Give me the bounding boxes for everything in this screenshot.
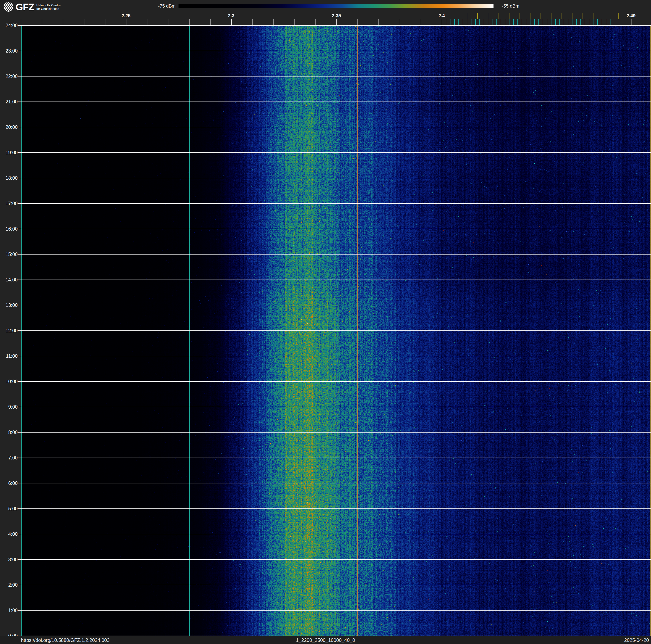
hour-gridline [18,152,651,153]
ble-channel-tick [492,19,492,25]
wifi-channel-tick [477,13,478,19]
hour-gridline [18,254,651,255]
ble-channel-tick [463,19,463,25]
hour-label: 5:00 [0,506,18,511]
freq-tick-label: 2.4 [432,13,451,19]
ble-channel-tick [518,19,518,25]
freq-major-tick [631,19,631,25]
hour-gridline [18,101,651,102]
freq-minor-tick [421,19,421,25]
ble-channel-tick [610,19,611,25]
ble-channel-tick [526,19,526,25]
freq-minor-tick [189,19,190,25]
hour-label: 7:00 [0,455,18,461]
freq-minor-tick [252,19,253,25]
freq-major-tick [126,19,126,25]
wifi-channel-tick [593,13,593,19]
gfz-logo: GFZ Helmholtz Centre for Geosciences [3,1,73,12]
hour-label: 24:00 [0,23,18,28]
ble-channel-tick [522,19,522,25]
hour-gridline [18,229,651,229]
logo-acronym: GFZ [16,2,34,12]
ble-channel-tick [542,19,543,25]
date-label: 2025-04-20 [624,638,649,643]
ble-channel-tick [547,19,547,25]
ble-channel-tick [496,19,497,25]
wifi-channel-tick [520,13,520,19]
hour-gridline [18,25,651,26]
ble-channel-tick [530,19,530,25]
freq-minor-tick [210,19,211,25]
freq-tick-label: 2.25 [117,13,135,19]
hour-gridline [18,458,651,458]
freq-tick-label: 2.3 [222,13,241,19]
hour-gridline [18,610,651,611]
hour-label: 13:00 [0,302,18,308]
hour-gridline [18,127,651,127]
freq-minor-tick [358,19,358,25]
wifi-channel-tick [467,13,467,19]
hour-label: 6:00 [0,480,18,486]
freq-minor-tick [105,19,105,25]
freq-minor-tick [378,19,379,25]
freq-major-tick [231,19,231,25]
hour-gridline [18,356,651,356]
ble-channel-tick [538,19,539,25]
ble-channel-tick [555,19,556,25]
freq-minor-tick [147,19,148,25]
freq-minor-tick [168,19,168,25]
hour-label: 8:00 [0,430,18,435]
hour-label: 14:00 [0,277,18,283]
hour-gridline [18,508,651,509]
hour-label: 15:00 [0,252,18,257]
ble-channel-tick [501,19,501,25]
hour-gridline [18,559,651,560]
hour-gridline [18,432,651,433]
doi-link[interactable]: https://doi.org/10.5880/GFZ.1.2.2024.003 [21,638,110,643]
hour-gridline [18,51,651,51]
wifi-channel-tick [583,13,583,19]
freq-major-tick [336,19,337,25]
ble-channel-tick [446,19,446,25]
ble-channel-tick [454,19,455,25]
ble-channel-tick [509,19,509,25]
hour-gridline [18,407,651,407]
ble-channel-tick [471,19,471,25]
hour-label: 3:00 [0,557,18,562]
ble-channel-tick [602,19,602,25]
ble-channel-tick [597,19,598,25]
wifi-channel-tick [562,13,562,19]
ble-channel-tick [479,19,480,25]
hour-label: 20:00 [0,124,18,130]
ble-channel-tick [559,19,560,25]
ble-channel-tick [450,19,451,25]
ble-channel-tick [484,19,484,25]
hour-label: 21:00 [0,99,18,105]
hour-gridline [18,305,651,305]
hour-label: 1:00 [0,608,18,613]
ble-channel-tick [589,19,589,25]
wifi-channel-tick [618,13,619,19]
hour-label: 4:00 [0,531,18,537]
ble-channel-tick [606,19,606,25]
ble-channel-tick [467,19,467,25]
ble-channel-tick [572,19,572,25]
ble-channel-tick [576,19,577,25]
colorbar-max-label: -55 dBm [502,3,519,9]
colorbar-gradient [179,4,494,8]
hour-label: 10:00 [0,379,18,384]
hour-gridline [18,585,651,585]
hour-gridline [18,203,651,204]
freq-tick-label: 2.49 [622,13,641,19]
wifi-channel-tick [572,13,572,19]
hour-label: 11:00 [0,353,18,359]
hour-label: 19:00 [0,150,18,155]
ble-channel-tick [593,19,593,25]
ble-channel-tick [505,19,505,25]
ble-channel-tick [459,19,459,25]
hour-label: 23:00 [0,48,18,54]
hour-gridline [18,483,651,484]
wifi-channel-tick [551,13,552,19]
hour-gridline [18,534,651,534]
ble-channel-tick [585,19,585,25]
